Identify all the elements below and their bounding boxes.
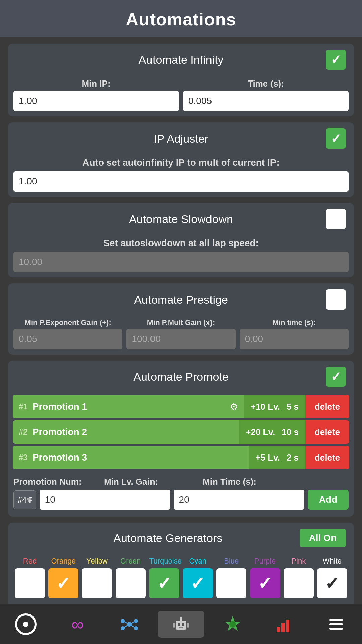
svg-rect-23 — [329, 623, 343, 625]
time-input[interactable] — [183, 91, 349, 111]
promote-2-time: 10 s — [282, 427, 299, 437]
svg-rect-15 — [173, 623, 175, 628]
promote-1-gear-icon[interactable]: ⚙ — [230, 401, 238, 412]
min-time-prestige-group: Min time (s): — [240, 318, 349, 349]
nav-item-infinity[interactable]: ∞ — [54, 611, 101, 638]
gen-check-yellow[interactable] — [82, 568, 112, 598]
add-promote-button[interactable]: Add — [308, 490, 349, 510]
svg-rect-14 — [180, 617, 182, 619]
gen-label-orange: Orange — [48, 557, 78, 566]
automate-generators-header: Automate Generators All On — [8, 523, 354, 553]
promo-num-select[interactable]: #4 Promotions Power — [13, 490, 36, 509]
gen-label-pink: Pink — [284, 557, 314, 566]
svg-rect-16 — [187, 623, 189, 628]
nav-item-target[interactable] — [2, 611, 49, 638]
gen-checks-row: ✓ ✓ ✓ — [13, 568, 349, 598]
svg-rect-10 — [178, 623, 180, 626]
gen-check-blue[interactable] — [216, 568, 246, 598]
nav-item-chart[interactable] — [261, 611, 308, 638]
promote-1-delete-button[interactable]: delete — [305, 395, 349, 418]
gen-label-turquoise: Turquoise — [149, 557, 179, 566]
min-mult-label: Min P.Mult Gain (x): — [126, 318, 235, 327]
automate-prestige-title: Automate Prestige — [36, 293, 326, 306]
automate-slowdown-input — [13, 252, 349, 272]
promo-min-lv-label: Min Lv. Gain: — [104, 477, 199, 487]
gen-check-turquoise[interactable]: ✓ — [149, 568, 179, 598]
automate-infinity-header: Automate Infinity ✓ — [8, 44, 354, 76]
gen-label-red: Red — [15, 557, 45, 566]
automate-prestige-fields: Min P.Exponent Gain (+): Min P.Mult Gain… — [8, 318, 354, 349]
gen-check-orange[interactable]: ✓ — [48, 568, 78, 598]
promote-2-name: Promotion 2 — [33, 427, 87, 437]
automate-prestige-header: Automate Prestige — [8, 283, 354, 316]
min-ip-label: Min IP: — [13, 78, 179, 89]
main-content: Automate Infinity ✓ Min IP: Time (s): IP… — [0, 37, 362, 644]
gen-check-green[interactable] — [116, 568, 146, 598]
gen-check-pink[interactable] — [284, 568, 314, 598]
automate-infinity-card: Automate Infinity ✓ Min IP: Time (s): — [8, 44, 354, 116]
automate-slowdown-checkbox[interactable] — [326, 209, 346, 229]
promo-min-time-label: Min Time (s): — [203, 477, 298, 487]
nav-item-dots[interactable] — [106, 611, 153, 638]
gen-check-red[interactable] — [15, 568, 45, 598]
automate-promote-title: Automate Promote — [36, 370, 326, 383]
gen-check-white[interactable]: ✓ — [317, 568, 347, 598]
gen-label-white: White — [317, 557, 347, 566]
automate-slowdown-card: Automate Slowdown Set autoslowdown at al… — [8, 203, 354, 277]
gen-labels-row: Red Orange Yellow Green Turquoise Cyan B… — [13, 557, 349, 566]
automate-promote-card: Automate Promote ✓ #1 Promotion 1 ⚙ +10 … — [8, 361, 354, 517]
menu-icon — [327, 615, 346, 634]
page-title: Automations — [0, 9, 362, 30]
svg-rect-19 — [277, 627, 280, 632]
promote-2-delete-button[interactable]: delete — [305, 420, 349, 444]
svg-point-18 — [229, 621, 236, 628]
generators-grid: Red Orange Yellow Green Turquoise Cyan B… — [8, 553, 354, 602]
promote-3-delete-button[interactable]: delete — [305, 446, 349, 469]
min-exp-label: Min P.Exponent Gain (+): — [13, 318, 122, 327]
ip-adjuster-input[interactable] — [13, 171, 349, 192]
chart-icon — [275, 615, 294, 634]
min-ip-group: Min IP: — [13, 78, 179, 111]
promo-select-wrap: #4 Promotions Power ▼ — [13, 490, 36, 509]
min-exp-input — [13, 329, 122, 349]
min-lv-input[interactable] — [40, 490, 170, 510]
nav-item-menu[interactable] — [313, 611, 360, 638]
ip-adjuster-checkbox[interactable]: ✓ — [326, 128, 346, 149]
promote-1-num: #1 — [19, 402, 28, 411]
gen-check-cyan[interactable]: ✓ — [183, 568, 213, 598]
ip-adjuster-label: Auto set autoinfinity IP to mult of curr… — [13, 157, 349, 168]
ip-adjuster-fields: Auto set autoinfinity IP to mult of curr… — [8, 157, 354, 192]
gen-label-purple: Purple — [250, 557, 280, 566]
gen-label-yellow: Yellow — [82, 557, 112, 566]
promo-labels-row: Promotion Num: Min Lv. Gain: Min Time (s… — [13, 477, 349, 487]
automate-infinity-fields: Min IP: Time (s): — [8, 78, 354, 111]
nav-item-robot[interactable] — [158, 611, 204, 638]
bottom-navigation: ∞ — [0, 604, 362, 644]
dots-icon — [119, 614, 139, 634]
promote-3-time: 2 s — [287, 452, 299, 463]
min-time-input[interactable] — [174, 490, 304, 510]
automate-slowdown-title: Automate Slowdown — [36, 213, 326, 226]
automate-prestige-checkbox[interactable] — [326, 289, 346, 310]
ip-adjuster-card: IP Adjuster ✓ Auto set autoinfinity IP t… — [8, 122, 354, 197]
promote-3-name: Promotion 3 — [33, 452, 87, 463]
nav-item-star[interactable] — [209, 611, 256, 638]
min-ip-input[interactable] — [13, 91, 179, 111]
promote-2-num: #2 — [19, 427, 28, 437]
gen-check-purple[interactable]: ✓ — [250, 568, 280, 598]
promo-inputs-row: #4 Promotions Power ▼ Add — [13, 490, 349, 510]
min-time-prestige-label: Min time (s): — [240, 318, 349, 327]
gen-label-green: Green — [116, 557, 146, 566]
automate-promote-checkbox[interactable]: ✓ — [326, 367, 346, 387]
circle-target-icon — [15, 613, 37, 635]
promote-item-3: #3 Promotion 3 +5 Lv. 2 s delete — [13, 446, 349, 469]
promote-item-2: #2 Promotion 2 +20 Lv. 10 s delete — [13, 420, 349, 444]
automate-slowdown-fields: Set autoslowdown at all lap speed: — [8, 238, 354, 272]
automate-generators-card: Automate Generators All On Red Orange Ye… — [8, 523, 354, 607]
all-on-button[interactable]: All On — [300, 529, 346, 547]
ip-adjuster-header: IP Adjuster ✓ — [8, 122, 354, 155]
time-group: Time (s): — [183, 78, 349, 111]
promote-2-lv: +20 Lv. — [246, 427, 275, 437]
automate-infinity-checkbox[interactable]: ✓ — [326, 50, 346, 70]
infinity-icon: ∞ — [71, 614, 84, 634]
